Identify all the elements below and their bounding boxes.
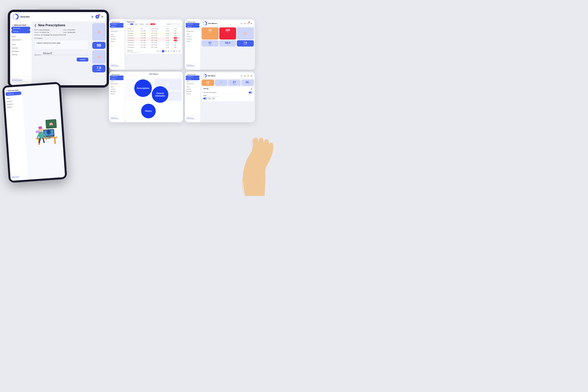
bc-nav-appointments[interactable]: Appointments [109, 82, 124, 85]
sc-nav-patients[interactable]: Patients [186, 78, 200, 80]
sc-nav-messages[interactable]: Messages [185, 90, 200, 93]
sidebar-item-patients[interactable]: Patients [11, 30, 30, 33]
patient-header: Anna Bre ⚙ 🔔 1 ✉ [10, 12, 107, 22]
action-btn[interactable]: 35 [174, 35, 177, 36]
filter-male[interactable]: Male [145, 23, 149, 25]
bc-nav-dashboard[interactable]: Dashboard [110, 76, 124, 78]
bubble-history[interactable]: History [141, 104, 156, 118]
action-btn[interactable]: 35 [174, 32, 177, 34]
sc-nav-alerts[interactable]: Alerts [185, 80, 200, 82]
page-3[interactable]: 3 [168, 50, 170, 52]
stat-rpm: 15 RPM [202, 28, 218, 40]
back-chevron[interactable]: ❮ [34, 24, 36, 27]
dv-nav-settings[interactable]: Settings [185, 40, 200, 42]
alert-icon[interactable]: 🔔 1 [95, 15, 99, 19]
bubble-general-info[interactable]: GeneralInfomation [152, 86, 168, 103]
bubble-prescriptions[interactable]: Perscriptions [134, 80, 152, 97]
page-1[interactable]: 1 [162, 50, 164, 52]
action-btn[interactable]: 35 [174, 42, 177, 44]
page-last[interactable]: » [178, 50, 180, 52]
sc-chat-icon[interactable]: ✉ [250, 74, 253, 77]
toggle-notification[interactable] [249, 92, 252, 94]
table-row: Anna Brewster30.11.1998485.777.3456Femal… [127, 46, 180, 48]
pl-nav-messages[interactable]: Messages [109, 38, 124, 40]
filter-female[interactable]: Female [139, 23, 144, 25]
pl-nav-patients[interactable]: Patients [110, 25, 124, 28]
sc-icons: ℹ ⚙ 🔔 ✉ [240, 74, 253, 77]
settings-icon[interactable]: ⚙ [90, 15, 94, 19]
dv-nav-alerts[interactable]: Alerts [185, 28, 200, 30]
dv-nav-calendar[interactable]: Calender [185, 36, 200, 38]
dv-nav-messages[interactable]: Messages [185, 38, 200, 40]
page-next[interactable]: › [176, 50, 178, 52]
sc-alert-icon[interactable]: 🔔 [246, 74, 249, 77]
pl-nav-appointments[interactable]: Appointments [109, 30, 124, 32]
filter-new[interactable]: New [134, 23, 138, 25]
page-first[interactable]: « [156, 50, 159, 52]
filter-urgent[interactable]: Urgent [150, 23, 155, 25]
pl-nav-calendar[interactable]: Calender [109, 36, 124, 38]
dv-nav-dashboard[interactable]: Dashboard [186, 23, 200, 25]
sc-nav-appointments[interactable]: Appointments [185, 82, 200, 85]
page-2[interactable]: 2 [165, 50, 167, 52]
sidebar-item-dashboard[interactable]: Dashboard [11, 27, 30, 30]
dv-info-icon[interactable]: ℹ [240, 22, 243, 25]
patient-table: Patients DOB Patient Number Gender Actio… [127, 28, 180, 48]
stat-78: 7.8 mmol/L [92, 65, 106, 72]
pl-table-container: Patients DOB Patient Number Gender Actio… [126, 27, 182, 54]
filter-all[interactable]: All [130, 23, 133, 25]
dv-alert-icon[interactable]: 🔔 1 [246, 22, 249, 25]
pl-nav-dashboard[interactable]: Dashboard [110, 23, 124, 25]
rx-text[interactable]: Labetol 100mg four times daily. [34, 40, 88, 50]
dashboard-vitals-inner: + Welcome back Dashboard Patients Alerts… [185, 19, 255, 70]
bc-nav-tasks[interactable]: Tasks [109, 86, 124, 88]
dv-chat-icon[interactable]: ✉ [250, 22, 253, 25]
toggle-interval-1[interactable] [203, 98, 207, 100]
dv-settings-icon[interactable]: ⚙ [243, 22, 246, 25]
pl-nav-alerts[interactable]: Alerts [109, 28, 124, 30]
sidebar-item-appointments[interactable]: Appointments [10, 38, 32, 42]
sidebar-item-alerts[interactable]: Alerts [10, 35, 32, 38]
sc-nav-dashboard[interactable]: Dashboard [186, 76, 200, 78]
bc-nav-patients[interactable]: Patients [110, 78, 124, 80]
action-btn[interactable]: 35 [174, 37, 177, 39]
dv-nav-tasks[interactable]: Tasks [185, 33, 200, 36]
page-prev[interactable]: ‹ [159, 50, 162, 52]
sidebar-item-calendar[interactable]: Calender [10, 46, 32, 50]
sidebar-item-tasks[interactable]: Tasks [10, 43, 32, 46]
action-btn[interactable]: 35 [174, 40, 177, 41]
sc-nav-tasks[interactable]: Tasks [185, 86, 200, 88]
dashboard-vitals-card: + Welcome back Dashboard Patients Alerts… [185, 19, 255, 70]
search-input[interactable] [166, 23, 180, 25]
dv-nav-patients[interactable]: Patients [186, 25, 200, 28]
sc-info-icon[interactable]: ℹ [240, 74, 243, 77]
patient-name: Anna Bre [20, 16, 30, 18]
sc-stat-98: 98. [241, 80, 254, 86]
message-icon[interactable]: ✉ [100, 15, 104, 19]
dv-nav-appointments[interactable]: Appointments [185, 30, 200, 32]
action-btn[interactable]: 35 [174, 46, 177, 48]
settings-gear-icon[interactable]: ⚙ [251, 88, 252, 90]
sidebar-item-messages[interactable]: Messages [10, 50, 32, 53]
stats-panel: 🫁 98 🫁 7.8 mmol/L [91, 22, 107, 85]
sidebar-item-settings[interactable]: Settings [10, 53, 32, 56]
toggle-interval-3[interactable] [212, 98, 215, 100]
sc-settings-icon[interactable]: ⚙ [243, 74, 246, 77]
bc-nav-messages[interactable]: Messages [109, 90, 124, 93]
toggle-interval-2[interactable] [207, 98, 211, 100]
page-10[interactable]: 10 [173, 50, 175, 52]
table-row: Anna Brewster30.11.1998485.777.3456Femal… [127, 30, 180, 32]
action-btn[interactable]: 35 [174, 44, 177, 46]
bc-nav-alerts[interactable]: Alerts [109, 80, 124, 82]
settings-header: Settings ⚙ [203, 88, 252, 90]
sc-nav-settings[interactable]: Settings [185, 93, 200, 95]
bc-nav-settings[interactable]: Settings [109, 93, 124, 95]
pl-nav-settings[interactable]: Settings [109, 40, 124, 42]
bc-nav-calendar[interactable]: Calender [109, 88, 124, 90]
dv-icons: ℹ ⚙ 🔔 1 ✉ [240, 22, 253, 25]
action-btn[interactable]: 33 [174, 30, 177, 32]
submit-button[interactable]: Submit [77, 58, 88, 62]
sc-nav-calendar[interactable]: Calender [185, 88, 200, 90]
welcome-text: Welcome back [14, 24, 26, 26]
pl-nav-tasks[interactable]: Tasks [109, 33, 124, 36]
